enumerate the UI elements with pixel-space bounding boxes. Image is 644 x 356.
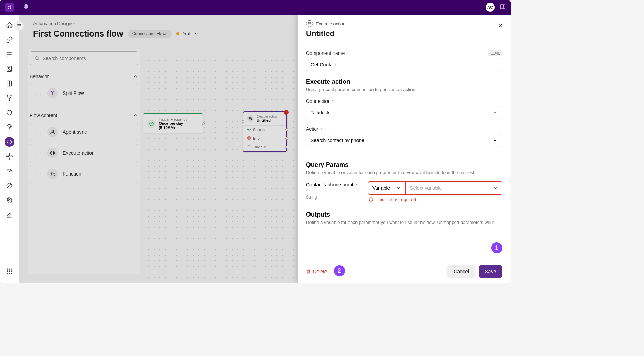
- connection-dropdown[interactable]: Talkdesk: [306, 106, 502, 119]
- save-button[interactable]: Save: [479, 265, 502, 278]
- chevron-down-icon: [492, 138, 498, 143]
- query-section-desc: Define a variable or value for each para…: [306, 170, 502, 175]
- nav-rail: [0, 15, 19, 283]
- select-value: Variable: [372, 185, 390, 191]
- select-value: Talkdesk: [311, 110, 329, 115]
- select-placeholder: Select variable: [410, 185, 442, 191]
- param1-error: This field is required: [369, 197, 502, 202]
- svg-point-9: [9, 67, 10, 69]
- config-panel: Execute action Untitled Component name *…: [298, 15, 511, 283]
- svg-point-26: [9, 270, 10, 272]
- svg-point-24: [11, 269, 12, 270]
- nav-integration-icon[interactable]: [5, 152, 14, 161]
- outputs-section-title: Outputs: [306, 211, 502, 218]
- svg-point-25: [7, 270, 8, 272]
- svg-point-23: [9, 269, 10, 270]
- param1-type: String: [306, 195, 362, 200]
- nav-list-icon[interactable]: [5, 49, 14, 59]
- param1-label: Contact's phone number *: [306, 182, 359, 194]
- nav-apps-icon[interactable]: [6, 268, 13, 276]
- cancel-button[interactable]: Cancel: [447, 265, 475, 278]
- nav-compass-icon[interactable]: [5, 181, 14, 191]
- hint-bubble-2: 2: [334, 265, 345, 276]
- hint-bubble-1: 1: [491, 242, 502, 253]
- chevron-down-icon: [493, 186, 498, 191]
- svg-line-18: [9, 170, 10, 172]
- action-dropdown[interactable]: Search contact by phone: [306, 134, 502, 147]
- chevron-down-icon: [396, 186, 401, 191]
- param1-mode-dropdown[interactable]: Variable: [368, 182, 406, 194]
- svg-point-5: [7, 52, 8, 53]
- svg-point-22: [7, 269, 8, 270]
- execute-section-title: Execute action: [306, 78, 502, 86]
- svg-rect-0: [500, 5, 505, 9]
- close-button[interactable]: [497, 22, 504, 30]
- panel-toggle-icon[interactable]: [500, 3, 506, 11]
- nav-book-icon[interactable]: [5, 79, 14, 88]
- panel-type-label: Execute action: [316, 21, 345, 26]
- globe-icon: [306, 20, 313, 27]
- svg-point-14: [9, 154, 10, 155]
- notifications-icon[interactable]: [23, 3, 29, 11]
- query-section-title: Query Params: [306, 161, 502, 169]
- svg-point-29: [9, 273, 10, 274]
- svg-point-21: [9, 200, 10, 201]
- action-label: Action *: [306, 126, 323, 132]
- nav-gauge-icon[interactable]: [5, 166, 14, 176]
- svg-point-6: [7, 54, 8, 55]
- nav-merge-icon[interactable]: [5, 93, 14, 103]
- delete-button[interactable]: Delete: [306, 269, 327, 274]
- select-value: Search contact by phone: [311, 138, 364, 143]
- svg-point-19: [7, 183, 12, 188]
- sidebar-toggle-icon[interactable]: [14, 21, 24, 31]
- trash-icon: [306, 269, 311, 274]
- top-bar: :t AC: [0, 0, 511, 15]
- component-name-label: Component name *: [306, 50, 348, 56]
- nav-home-icon[interactable]: [5, 20, 14, 30]
- connection-label: Connection *: [306, 98, 334, 104]
- param1-value-dropdown[interactable]: Select variable: [406, 182, 502, 194]
- svg-point-28: [7, 273, 8, 274]
- user-avatar[interactable]: AC: [486, 3, 495, 12]
- nav-edit-icon[interactable]: [5, 210, 14, 220]
- svg-point-63: [371, 200, 371, 201]
- svg-point-13: [9, 156, 10, 157]
- svg-point-27: [11, 270, 12, 272]
- nav-settings-icon[interactable]: [5, 195, 14, 205]
- svg-marker-20: [9, 185, 10, 187]
- nav-contacts-icon[interactable]: [5, 64, 14, 74]
- nav-code-icon[interactable]: [5, 137, 14, 147]
- app-logo[interactable]: :t: [5, 3, 14, 12]
- outputs-section-desc: Define a variable for each parameter you…: [306, 220, 502, 225]
- svg-point-7: [7, 56, 8, 56]
- nav-fingerprint-icon[interactable]: [5, 122, 14, 132]
- svg-point-15: [9, 158, 10, 159]
- component-name-input[interactable]: [306, 58, 502, 71]
- chevron-down-icon: [492, 110, 498, 115]
- char-counter: 11/40: [488, 50, 502, 56]
- nav-shield-icon[interactable]: [5, 108, 14, 118]
- panel-title: Untitled: [306, 29, 502, 38]
- svg-point-16: [7, 156, 8, 157]
- svg-point-17: [11, 156, 12, 157]
- execute-section-desc: Use a preconfigurated connection to perf…: [306, 87, 502, 92]
- error-icon: [369, 197, 374, 202]
- svg-point-30: [11, 273, 12, 274]
- nav-link-icon[interactable]: [5, 35, 14, 44]
